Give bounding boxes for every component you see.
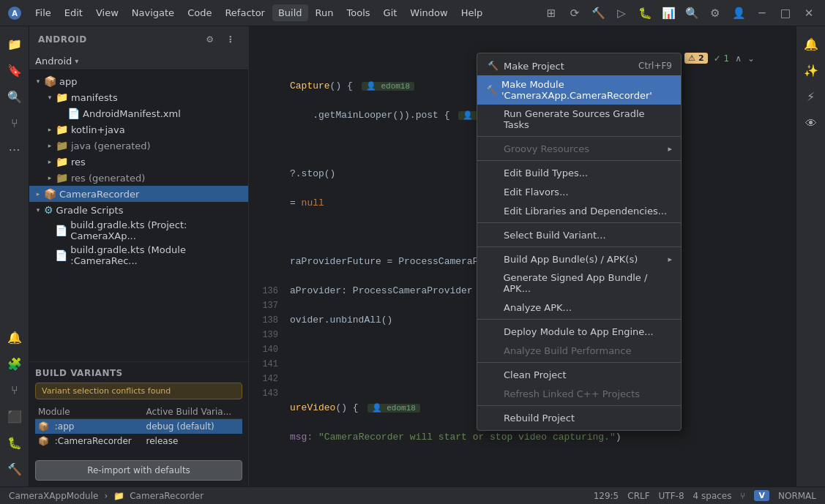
menu-view[interactable]: View bbox=[90, 4, 124, 21]
menu-tools[interactable]: Tools bbox=[341, 4, 376, 21]
tree-item-kotlin-java[interactable]: ▸ 📁 kotlin+java bbox=[29, 121, 248, 138]
sidebar-icon-find[interactable]: 🔍 bbox=[3, 85, 26, 108]
tree-settings-icon[interactable]: ⚙ bbox=[201, 31, 219, 48]
tree-item-gradle-project[interactable]: 📄 build.gradle.kts (Project: CameraXAp..… bbox=[29, 218, 248, 243]
sidebar-icon-notifications[interactable]: 🔔 bbox=[3, 326, 26, 349]
breadcrumb-left[interactable]: CameraXAppModule bbox=[9, 491, 98, 501]
toolbar-run[interactable]: ▷ bbox=[611, 3, 632, 23]
sidebar-icon-debug2[interactable]: 🐛 bbox=[3, 431, 26, 454]
android-selector[interactable]: Android ▾ bbox=[29, 53, 248, 70]
right-icon-notifications[interactable]: 🔔 bbox=[799, 32, 823, 56]
select-variant-label: Select Build Variant... bbox=[504, 230, 606, 241]
build-bundle-label: Build App Bundle(s) / APK(s) bbox=[504, 254, 638, 265]
cursor-position[interactable]: 129:5 bbox=[594, 491, 619, 501]
editor-mode[interactable]: NORMAL bbox=[778, 491, 816, 501]
sidebar-icon-plugins[interactable]: 🧩 bbox=[3, 352, 26, 375]
right-icon-eye[interactable]: 👁 bbox=[799, 111, 823, 135]
edit-build-types-label: Edit Build Types... bbox=[504, 168, 588, 178]
menu-code[interactable]: Code bbox=[182, 4, 217, 21]
menu-git[interactable]: Git bbox=[378, 4, 403, 21]
menu-generate-signed[interactable]: Generate Signed App Bundle / APK... bbox=[477, 268, 681, 298]
module-app-icon: 📦 bbox=[38, 421, 49, 432]
toolbar-maximize[interactable]: □ bbox=[775, 3, 796, 23]
re-import-button[interactable]: Re-import with defaults bbox=[35, 460, 242, 481]
tree-item-java-gen[interactable]: ▸ 📁 java (generated) bbox=[29, 138, 248, 154]
menu-clean-project[interactable]: Clean Project bbox=[477, 365, 681, 384]
menu-make-module[interactable]: 🔨 Make Module 'CameraXApp.CameraRecorder… bbox=[477, 75, 681, 105]
sidebar-icon-more[interactable]: ⋯ bbox=[3, 138, 26, 161]
menu-build[interactable]: Build bbox=[272, 4, 308, 21]
sep1 bbox=[477, 136, 681, 137]
menu-deploy-app-engine[interactable]: Deploy Module to App Engine... bbox=[477, 322, 681, 341]
tree-item-res[interactable]: ▸ 📁 res bbox=[29, 154, 248, 170]
menu-edit[interactable]: Edit bbox=[59, 4, 89, 21]
breadcrumb-right[interactable]: 📁 CameraRecorder bbox=[113, 491, 204, 501]
tree-content: ▾ 📦 app ▾ 📁 manifests 📄 AndroidManifest.… bbox=[29, 70, 248, 361]
toolbar-sync[interactable]: ⟳ bbox=[564, 3, 585, 23]
menu-run[interactable]: Run bbox=[310, 4, 340, 21]
toolbar-debug[interactable]: 🐛 bbox=[635, 3, 655, 23]
menu-navigate[interactable]: Navigate bbox=[126, 4, 180, 21]
sidebar-icon-bookmarks[interactable]: 🔖 bbox=[3, 59, 26, 82]
tree-item-app[interactable]: ▾ 📦 app bbox=[29, 73, 248, 89]
menu-run-generate[interactable]: Run Generate Sources Gradle Tasks bbox=[477, 105, 681, 134]
right-sidebar: 🔔 ✨ ⚡ 👁 bbox=[796, 26, 825, 486]
toolbar-settings[interactable]: ⚙ bbox=[705, 3, 725, 23]
toolbar-build2[interactable]: 🔨 bbox=[588, 3, 608, 23]
sidebar-icon-project[interactable]: 📁 bbox=[3, 32, 26, 56]
menu-window[interactable]: Window bbox=[404, 4, 453, 21]
tree-label-camera: CameraRecorder bbox=[59, 189, 139, 200]
sidebar-icon-git2[interactable]: ⑂ bbox=[3, 378, 26, 402]
tree-item-camera-recorder[interactable]: ▸ 📦 CameraRecorder bbox=[29, 186, 248, 202]
sep4 bbox=[477, 247, 681, 247]
tree-more-icon[interactable]: ⋮ bbox=[222, 31, 239, 48]
module-camera: 📦 :CameraRecorder bbox=[35, 434, 143, 448]
menu-make-project[interactable]: 🔨 Make Project Ctrl+F9 bbox=[477, 56, 681, 75]
line-ending[interactable]: CRLF bbox=[627, 491, 649, 501]
variant-app: debug (default) bbox=[143, 419, 242, 435]
menu-file[interactable]: File bbox=[29, 4, 57, 21]
code-area: ⚠ 2 ✓ 1 ∧ ⌄ 🔨 Make Project Ctrl+F9 bbox=[249, 26, 796, 486]
right-icon-ai[interactable]: ✨ bbox=[799, 59, 823, 82]
tree-item-manifests[interactable]: ▾ 📁 manifests bbox=[29, 89, 248, 105]
folder-icon-manifests: 📁 bbox=[56, 91, 68, 103]
tree-arrow-app: ▾ bbox=[32, 78, 44, 85]
sidebar-icon-vcs[interactable]: ⑂ bbox=[3, 111, 26, 135]
menu-groovy: Groovy Resources ▸ bbox=[477, 139, 681, 158]
module-camera-icon: 📦 bbox=[38, 436, 49, 446]
refresh-cpp-label: Refresh Linked C++ Projects bbox=[504, 388, 640, 399]
sidebar-icon-build-out[interactable]: 🔨 bbox=[3, 457, 26, 481]
breadcrumb-sep: › bbox=[104, 491, 108, 501]
menu-help[interactable]: Help bbox=[455, 4, 489, 21]
table-row[interactable]: 📦 :CameraRecorder release bbox=[35, 434, 242, 448]
menu-build-bundle[interactable]: Build App Bundle(s) / APK(s) ▸ bbox=[477, 249, 681, 268]
tree-item-gradle-module[interactable]: 📄 build.gradle.kts (Module :CameraRec... bbox=[29, 243, 248, 268]
tree-label-app: app bbox=[59, 76, 77, 87]
encoding[interactable]: UTF-8 bbox=[659, 491, 684, 501]
right-icon-magic[interactable]: ⚡ bbox=[799, 85, 823, 108]
sidebar-icon-terminal[interactable]: ⬛ bbox=[3, 405, 26, 428]
toolbar-minimize[interactable]: ─ bbox=[752, 3, 772, 23]
toolbar-run-config[interactable]: ⊞ bbox=[541, 3, 561, 23]
git-icon-status[interactable]: ⑂ bbox=[740, 491, 745, 501]
toolbar-profiler[interactable]: 📊 bbox=[658, 3, 679, 23]
tree-item-res-gen[interactable]: ▸ 📁 res (generated) bbox=[29, 170, 248, 186]
menu-edit-libraries[interactable]: Edit Libraries and Dependencies... bbox=[477, 201, 681, 220]
tree-label-gradle-module: build.gradle.kts (Module :CameraRec... bbox=[70, 244, 248, 266]
menu-edit-flavors[interactable]: Edit Flavors... bbox=[477, 182, 681, 201]
menu-refactor[interactable]: Refactor bbox=[219, 4, 271, 21]
toolbar-search[interactable]: 🔍 bbox=[682, 3, 702, 23]
menu-select-variant[interactable]: Select Build Variant... bbox=[477, 225, 681, 244]
table-row[interactable]: 📦 :app debug (default) bbox=[35, 419, 242, 435]
menu-edit-build-types[interactable]: Edit Build Types... bbox=[477, 163, 681, 182]
menu-rebuild[interactable]: Rebuild Project bbox=[477, 408, 681, 427]
col-variant: Active Build Varia... bbox=[143, 405, 242, 419]
toolbar-account[interactable]: 👤 bbox=[728, 3, 749, 23]
toolbar-close[interactable]: ✕ bbox=[799, 3, 819, 23]
tree-item-manifest-xml[interactable]: 📄 AndroidManifest.xml bbox=[29, 105, 248, 121]
vcs-badge[interactable]: V bbox=[754, 490, 769, 501]
menu-analyze-apk[interactable]: Analyze APK... bbox=[477, 298, 681, 317]
indent-setting[interactable]: 4 spaces bbox=[693, 491, 732, 501]
tree-item-gradle-scripts[interactable]: ▾ ⚙ Gradle Scripts bbox=[29, 202, 248, 218]
tree-arrow-res: ▸ bbox=[44, 158, 56, 165]
